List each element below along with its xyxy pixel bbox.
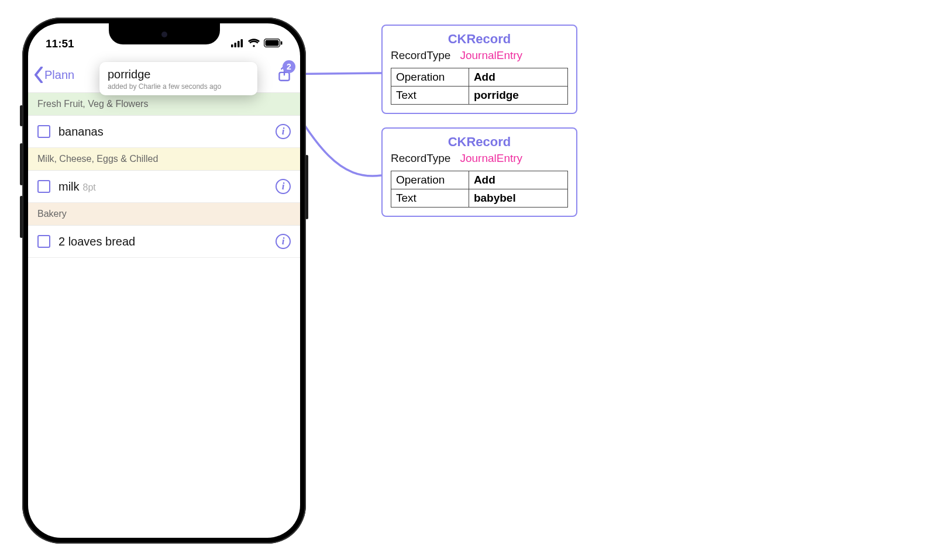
record-table: OperationAddTextbabybel [391, 171, 568, 208]
record-value: porridge [469, 87, 567, 105]
info-icon[interactable]: i [276, 124, 291, 139]
checkbox[interactable] [37, 235, 50, 248]
record-type-value: JournalEntry [460, 49, 522, 62]
item-subtext: 8pt [83, 182, 96, 192]
record-value: babybel [469, 189, 567, 208]
share-badge: 2 [283, 60, 295, 73]
phone-frame: 11:51 Plann [22, 18, 306, 544]
back-button[interactable]: Plann [34, 67, 74, 83]
svg-rect-5 [266, 40, 279, 46]
record-key: Operation [391, 68, 469, 87]
record-type-value: JournalEntry [460, 152, 522, 165]
section-header: Bakery [28, 203, 300, 226]
grocery-list[interactable]: Fresh Fruit, Veg & FlowersbananasiMilk, … [28, 92, 300, 538]
record-type-label: RecordType [391, 152, 450, 165]
side-button [20, 105, 23, 126]
record-value: Add [469, 68, 567, 87]
toast-title: porridge [108, 68, 249, 81]
svg-rect-1 [235, 43, 237, 47]
battery-icon [264, 37, 283, 50]
wifi-icon [247, 37, 260, 50]
item-text: bananas [58, 125, 104, 139]
side-button [20, 196, 23, 238]
svg-rect-3 [241, 39, 243, 47]
record-key: Text [391, 87, 469, 105]
ckrecord-card: CKRecordRecordTypeJournalEntryOperationA… [381, 25, 577, 114]
clock: 11:51 [46, 37, 74, 50]
record-type-label: RecordType [391, 49, 450, 62]
info-icon[interactable]: i [276, 179, 291, 194]
item-text: milk8pt [58, 180, 96, 193]
side-button [20, 143, 23, 185]
list-item[interactable]: milk8pti [28, 171, 300, 203]
cellular-icon [231, 37, 244, 50]
side-button [305, 155, 308, 219]
svg-rect-0 [231, 44, 233, 47]
record-title: CKRecord [391, 32, 568, 47]
toast-subtitle: added by Charlie a few seconds ago [108, 82, 249, 91]
svg-rect-6 [281, 42, 283, 45]
record-value: Add [469, 171, 567, 189]
svg-rect-2 [237, 41, 240, 47]
checkbox[interactable] [37, 125, 50, 138]
checkbox[interactable] [37, 180, 50, 193]
item-text: 2 loaves bread [58, 235, 135, 248]
back-label: Plann [44, 68, 74, 82]
notch [109, 23, 220, 44]
record-key: Text [391, 189, 469, 208]
section-header: Milk, Cheese, Eggs & Chilled [28, 148, 300, 171]
list-item[interactable]: bananasi [28, 116, 300, 148]
record-title: CKRecord [391, 134, 568, 150]
record-table: OperationAddTextporridge [391, 68, 568, 105]
info-icon[interactable]: i [276, 234, 291, 249]
section-header: Fresh Fruit, Veg & Flowers [28, 93, 300, 116]
record-key: Operation [391, 171, 469, 189]
ckrecord-card: CKRecordRecordTypeJournalEntryOperationA… [381, 127, 577, 217]
list-item[interactable]: 2 loaves breadi [28, 226, 300, 258]
activity-toast: porridge added by Charlie a few seconds … [99, 62, 257, 95]
